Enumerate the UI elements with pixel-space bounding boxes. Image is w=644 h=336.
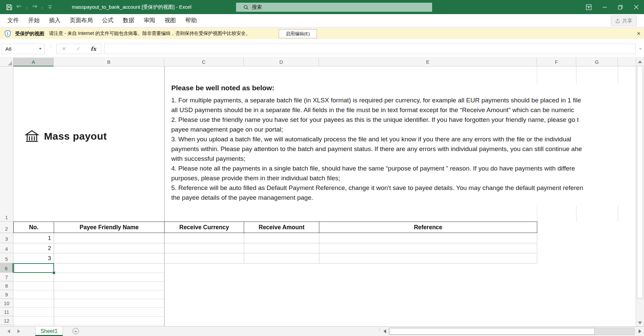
gridline: [13, 263, 537, 263]
horizontal-scrollbar-thumb[interactable]: [389, 328, 595, 335]
share-label: 共享: [622, 18, 632, 24]
column-header-c[interactable]: C: [164, 58, 244, 66]
scroll-up-icon[interactable]: [638, 60, 642, 63]
table-header-payee-name[interactable]: Payee Friendly Name: [54, 222, 165, 233]
tab-insert[interactable]: 插入: [44, 14, 65, 27]
window-title: masspayout_to_bank_account [受保护的视图] - Ex…: [72, 4, 191, 10]
row-header-3[interactable]: 3: [0, 233, 13, 243]
select-all-corner[interactable]: [0, 58, 13, 66]
gridline: [537, 233, 537, 263]
hscroll-right-icon[interactable]: [639, 329, 641, 333]
row-header-8[interactable]: 8: [0, 281, 13, 290]
tab-scroll-splitter-icon[interactable]: ⋮: [377, 329, 381, 330]
name-box-value: A6: [2, 46, 39, 52]
add-sheet-icon[interactable]: +: [73, 328, 79, 334]
share-button[interactable]: 共享: [611, 15, 637, 26]
tab-file[interactable]: 文件: [3, 14, 24, 27]
fill-handle[interactable]: [52, 271, 55, 274]
ribbon-display-options-icon[interactable]: [581, 0, 597, 14]
quick-access-toolbar: ⌄ ⌄: [0, 2, 54, 12]
minimize-icon[interactable]: [597, 0, 612, 14]
row-header-4[interactable]: 4: [0, 243, 13, 253]
tab-view[interactable]: 视图: [160, 14, 181, 27]
cell-a3[interactable]: 1: [13, 233, 54, 243]
formula-input[interactable]: [104, 44, 636, 54]
gridline: [618, 66, 618, 85]
vertical-scrollbar-thumb[interactable]: [637, 66, 643, 299]
mass-payout-logo: Mass payout: [24, 129, 107, 143]
hscroll-left-icon[interactable]: [383, 329, 386, 333]
redo-icon[interactable]: [30, 2, 39, 12]
note-line: the payee details of the payee managemen…: [171, 193, 636, 202]
name-box-dropdown-icon[interactable]: [39, 48, 42, 50]
row-header-11[interactable]: 11: [0, 307, 13, 316]
save-icon[interactable]: [5, 2, 13, 12]
column-header-f[interactable]: F: [537, 58, 576, 66]
enter-icon[interactable]: ✓: [76, 46, 81, 52]
column-header-b[interactable]: B: [54, 58, 164, 66]
formula-bar-expand-icon[interactable]: ⌄: [638, 45, 642, 50]
protected-view-banner: 受保护的视图 请注意 - 来自 Internet 的文件可能包含病毒。除非需要编…: [0, 28, 644, 39]
row-header-6[interactable]: 6: [0, 263, 13, 273]
banner-close-icon[interactable]: ✕: [636, 31, 641, 36]
row-header-column: 1 2 3 4 5 6 7 8 9 10 11 12 13: [0, 66, 13, 326]
banner-title: 受保护的视图: [15, 31, 44, 37]
row-header-9[interactable]: 9: [0, 290, 13, 299]
bank-icon: [24, 129, 40, 143]
tab-help[interactable]: 帮助: [181, 14, 201, 27]
table-header-no[interactable]: No.: [13, 222, 54, 233]
row-header-10[interactable]: 10: [0, 299, 13, 307]
table-header-reference[interactable]: Reference: [319, 222, 537, 233]
window-controls: [581, 0, 644, 14]
horizontal-scrollbar[interactable]: [389, 328, 635, 335]
row-header-7[interactable]: 7: [0, 273, 13, 281]
sheet-tab-label: Sheet1: [41, 328, 58, 334]
row-header-2[interactable]: 2: [0, 222, 13, 233]
gridline: [13, 281, 164, 282]
tab-page-layout[interactable]: 页面布局: [65, 14, 97, 27]
note-line: all USD payments should be in a separate…: [171, 105, 636, 115]
name-box[interactable]: A6: [2, 44, 45, 54]
gridline: [13, 253, 537, 253]
tab-formulas[interactable]: 公式: [97, 14, 118, 27]
sheet-next-icon[interactable]: [17, 329, 20, 333]
undo-dropdown-icon[interactable]: ⌄: [25, 5, 29, 9]
undo-icon[interactable]: [15, 2, 24, 12]
cancel-icon[interactable]: ✕: [62, 46, 66, 52]
formula-bar-splitter-icon[interactable]: ⋮: [49, 45, 53, 48]
redo-dropdown-icon[interactable]: ⌄: [40, 5, 44, 9]
excel-window: ⌄ ⌄ masspayout_to_bank_account [受保护的视图] …: [0, 0, 644, 336]
column-header-e[interactable]: E: [319, 58, 537, 66]
table-header-receive-currency[interactable]: Receive Currency: [164, 222, 244, 233]
tab-review[interactable]: 审阅: [139, 14, 160, 27]
column-header-partial[interactable]: [618, 58, 636, 66]
vertical-scrollbar[interactable]: [636, 58, 644, 326]
restore-icon[interactable]: [612, 0, 628, 14]
tab-data[interactable]: 数据: [118, 14, 139, 27]
table-header-receive-amount[interactable]: Receive Amount: [244, 222, 319, 233]
search-input[interactable]: 搜索: [236, 3, 432, 12]
cell-a4[interactable]: 2: [13, 243, 54, 253]
row-header-12[interactable]: 12: [0, 316, 13, 325]
cell-a5[interactable]: 3: [13, 253, 54, 263]
row-header-5[interactable]: 5: [0, 253, 13, 263]
column-header-g[interactable]: G: [576, 58, 618, 66]
column-header-a[interactable]: A: [13, 58, 54, 66]
note-line: 2. Please use the friendly name you have…: [171, 115, 636, 125]
gridline: [576, 205, 577, 222]
customize-quick-access-icon[interactable]: [46, 2, 54, 12]
sheet-tab-sheet1[interactable]: Sheet1: [35, 327, 63, 336]
gridline: [537, 205, 537, 222]
close-icon[interactable]: [628, 0, 644, 14]
tab-home[interactable]: 开始: [24, 14, 44, 27]
gridline: [13, 325, 164, 325]
insert-function-icon[interactable]: fx: [91, 46, 96, 52]
enable-editing-button[interactable]: 启用编辑(E): [279, 29, 317, 38]
sheet-prev-icon[interactable]: [7, 329, 10, 333]
row-header-1[interactable]: 1: [0, 66, 13, 222]
column-header-d[interactable]: D: [244, 58, 319, 66]
gridline: [244, 233, 244, 263]
gridline: [618, 205, 618, 222]
active-cell-selection[interactable]: [13, 263, 54, 273]
scroll-down-icon[interactable]: [638, 322, 642, 324]
